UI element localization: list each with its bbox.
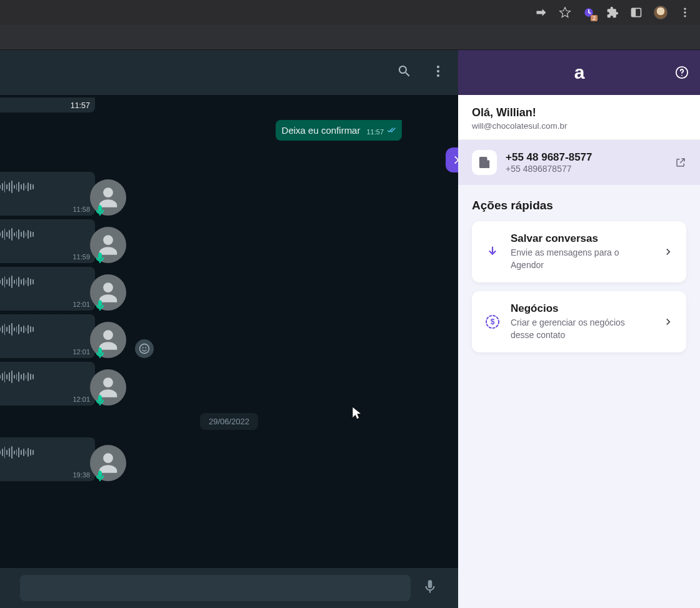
sender-avatar[interactable] bbox=[90, 445, 126, 481]
user-info: Olá, Willian! will@chocolatesul.com.br bbox=[458, 95, 700, 140]
quick-actions-title: Ações rápidas bbox=[472, 199, 686, 212]
chat-menu-icon[interactable] bbox=[431, 64, 446, 81]
browser-toolbar: 2 bbox=[0, 0, 700, 25]
voice-message[interactable]: 19:38 bbox=[0, 437, 95, 481]
waveform-icon bbox=[0, 321, 34, 338]
mic-icon bbox=[94, 470, 106, 482]
sender-avatar[interactable] bbox=[90, 179, 126, 216]
svg-rect-2 bbox=[632, 8, 636, 16]
help-icon[interactable] bbox=[675, 66, 689, 79]
outgoing-message[interactable]: Deixa eu confirmar 11:57 bbox=[276, 120, 402, 141]
read-receipt-icon bbox=[386, 127, 396, 136]
mouse-cursor-icon bbox=[352, 406, 363, 421]
message-time: 11:58 bbox=[72, 206, 90, 213]
waveform-icon bbox=[0, 444, 34, 461]
card-description: Criar e gerenciar os negócios desse cont… bbox=[511, 317, 636, 341]
extension-badge: 2 bbox=[591, 15, 598, 21]
svg-rect-14 bbox=[480, 157, 487, 168]
voice-message[interactable]: 12:01 bbox=[0, 362, 95, 406]
reaction-button[interactable] bbox=[135, 339, 154, 358]
organization-icon bbox=[472, 150, 497, 175]
record-voice-icon[interactable] bbox=[422, 579, 438, 597]
voice-message-cropped: 11:57 bbox=[0, 97, 95, 112]
chat-composer bbox=[0, 568, 458, 608]
voice-message[interactable]: 12:01 bbox=[0, 267, 95, 311]
sender-avatar[interactable] bbox=[90, 322, 126, 358]
download-icon bbox=[484, 244, 501, 260]
sender-avatar[interactable] bbox=[90, 227, 126, 263]
panel-body: Ações rápidas Salvar conversas Envie as … bbox=[458, 185, 700, 375]
voice-message[interactable]: 11:59 bbox=[0, 219, 95, 263]
svg-point-4 bbox=[684, 11, 686, 13]
svg-point-9 bbox=[140, 344, 149, 354]
mic-icon bbox=[94, 299, 106, 312]
deals-card[interactable]: $ Negócios Criar e gerenciar os negócios… bbox=[472, 291, 686, 352]
mic-icon bbox=[94, 347, 106, 359]
share-icon[interactable] bbox=[535, 6, 548, 19]
svg-point-5 bbox=[684, 15, 686, 17]
contact-phone-raw: +55 4896878577 bbox=[506, 164, 592, 174]
whatsapp-pane: 11:57 Deixa eu confirmar 11:57 bbox=[0, 50, 458, 608]
message-time: 11:59 bbox=[72, 253, 90, 261]
voice-message[interactable]: 12:01 bbox=[0, 314, 95, 358]
card-title: Negócios bbox=[511, 302, 652, 315]
message-input[interactable] bbox=[20, 575, 411, 601]
save-conversations-card[interactable]: Salvar conversas Envie as mensagens para… bbox=[472, 221, 686, 282]
message-time: 19:38 bbox=[72, 471, 90, 479]
user-greeting: Olá, Willian! bbox=[472, 106, 686, 119]
date-divider: 29/06/2022 bbox=[0, 413, 458, 430]
svg-text:$: $ bbox=[491, 317, 495, 326]
card-title: Salvar conversas bbox=[511, 232, 652, 245]
waveform-icon bbox=[0, 226, 34, 243]
browser-menu-icon[interactable] bbox=[679, 6, 691, 19]
voice-message[interactable]: 11:58 bbox=[0, 172, 95, 216]
message-text: Deixa eu confirmar bbox=[282, 125, 361, 136]
sender-avatar[interactable] bbox=[90, 274, 126, 311]
message-time: 12:01 bbox=[72, 301, 90, 308]
svg-point-8 bbox=[437, 74, 439, 77]
svg-point-11 bbox=[145, 347, 146, 349]
message-time: 11:57 bbox=[366, 128, 384, 136]
sender-avatar[interactable] bbox=[90, 369, 126, 406]
side-panel-icon[interactable] bbox=[630, 6, 642, 19]
waveform-icon bbox=[0, 178, 34, 196]
svg-point-6 bbox=[437, 66, 439, 68]
message-time: 12:01 bbox=[72, 396, 90, 403]
chat-header bbox=[0, 50, 458, 95]
waveform-icon bbox=[0, 273, 34, 291]
extension-icon[interactable]: 2 bbox=[582, 6, 595, 19]
waveform-icon bbox=[0, 368, 34, 386]
svg-point-7 bbox=[437, 70, 439, 72]
message-time: 11:57 bbox=[71, 101, 90, 110]
contact-phone-formatted: +55 48 9687-8577 bbox=[506, 151, 592, 164]
profile-avatar-icon[interactable] bbox=[654, 6, 668, 19]
open-external-icon[interactable] bbox=[675, 157, 686, 168]
svg-point-13 bbox=[681, 75, 682, 76]
search-icon[interactable] bbox=[397, 64, 412, 81]
extensions-puzzle-icon[interactable] bbox=[606, 6, 619, 19]
user-email: will@chocolatesul.com.br bbox=[472, 121, 686, 131]
mic-icon bbox=[94, 394, 106, 407]
agendor-panel: a Olá, Willian! will@chocolatesul.com.br… bbox=[458, 50, 700, 608]
contact-phone-block: +55 48 9687-8577 +55 4896878577 bbox=[458, 140, 700, 185]
message-time: 12:01 bbox=[72, 348, 90, 356]
chevron-right-icon bbox=[662, 316, 674, 327]
agendor-logo: a bbox=[574, 62, 584, 83]
date-label: 29/06/2022 bbox=[200, 413, 258, 430]
panel-header: a bbox=[458, 50, 700, 95]
card-description: Envie as mensagens para o Agendor bbox=[511, 247, 636, 271]
svg-point-10 bbox=[142, 347, 144, 349]
browser-tabstrip bbox=[0, 25, 700, 50]
chevron-right-icon bbox=[662, 246, 674, 257]
svg-point-3 bbox=[684, 8, 686, 10]
mic-icon bbox=[94, 204, 106, 217]
star-icon[interactable] bbox=[559, 6, 571, 19]
mic-icon bbox=[94, 252, 106, 264]
deal-icon: $ bbox=[484, 314, 501, 330]
chat-messages: 11:57 Deixa eu confirmar 11:57 bbox=[0, 95, 458, 568]
